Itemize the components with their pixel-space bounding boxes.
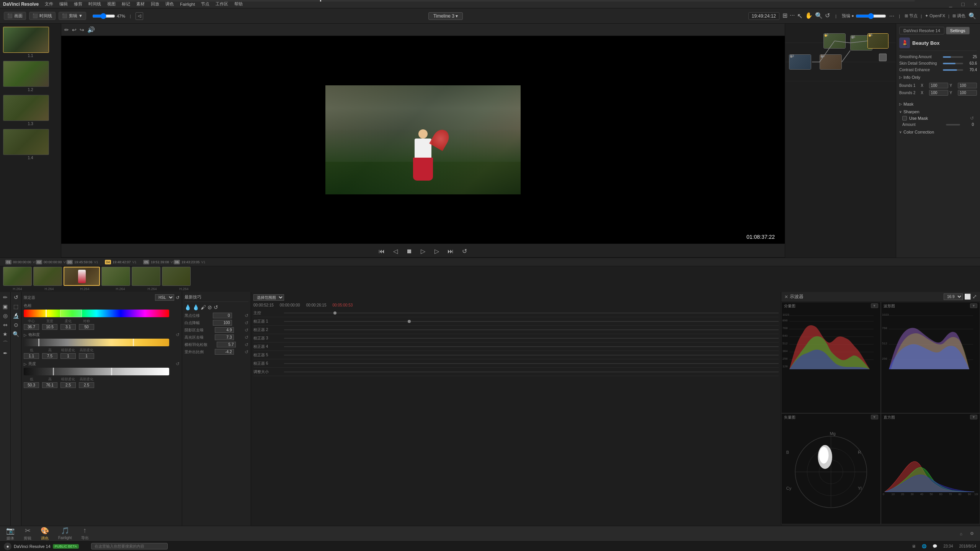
toolbar-media-btn[interactable]: ⬛ 画面: [4, 12, 26, 20]
nav-color[interactable]: 🎨 调色: [41, 527, 49, 541]
thumb-1-4[interactable]: 1.4: [3, 129, 58, 160]
menu-view[interactable]: 视图: [107, 1, 116, 7]
settings-tab[interactable]: Settings: [946, 27, 970, 34]
tool-target[interactable]: ◎: [3, 313, 8, 319]
scopes-close-btn[interactable]: ✕: [784, 294, 788, 300]
toolbar-timeline-btn[interactable]: ⬛ 时间线: [29, 12, 56, 20]
nav-btn-left[interactable]: ◁: [136, 12, 143, 20]
toolbar-more-btn[interactable]: ···: [790, 12, 795, 20]
brush-btn[interactable]: 🖌: [201, 304, 206, 310]
smoothing-slider[interactable]: [943, 56, 963, 58]
parade-ctrl[interactable]: ▼: [871, 303, 878, 308]
tool-star[interactable]: ★: [3, 331, 8, 337]
clip-thumb-03[interactable]: [64, 267, 100, 286]
search-btn[interactable]: 🔍: [969, 12, 976, 20]
tool-eyedrop[interactable]: 🔬: [13, 313, 19, 319]
use-mask-checkbox[interactable]: [902, 116, 907, 121]
toolbar-grid-btn[interactable]: ⊞: [782, 12, 787, 20]
info-only-section[interactable]: ▷ Info Only: [899, 75, 977, 80]
loop-btn[interactable]: ↺: [460, 248, 469, 255]
mask-section[interactable]: ▷ Mask: [899, 102, 977, 106]
home-indicator[interactable]: ⌂: [960, 531, 962, 536]
node-03[interactable]: 03: [789, 54, 811, 70]
thumb-1-3[interactable]: 1.3: [3, 95, 58, 126]
play-btn[interactable]: ▷: [418, 248, 428, 255]
node-02[interactable]: 02: [823, 33, 846, 49]
kf-track-4-line[interactable]: [284, 346, 779, 347]
menu-fairlight[interactable]: Fairlight: [180, 2, 195, 7]
library-tab[interactable]: DaVinci Resolve 14: [899, 27, 944, 34]
menu-edit[interactable]: 编辑: [59, 1, 68, 7]
layout-btn[interactable]: ⊞ 调色: [952, 13, 965, 19]
hsl-mode-select[interactable]: HSL: [155, 294, 174, 301]
menu-help[interactable]: 帮助: [234, 1, 243, 7]
eyedrop2-btn[interactable]: 💧: [193, 304, 199, 310]
toolbar-zoom-btn[interactable]: 🔍: [815, 12, 823, 20]
menu-color[interactable]: 调色: [165, 1, 174, 7]
whitepoint-reset[interactable]: ↺: [245, 320, 248, 326]
nav-fairlight[interactable]: 🎵 Fairlight: [58, 527, 72, 541]
menu-file[interactable]: 文件: [45, 1, 53, 7]
feather-reset[interactable]: ↺: [245, 342, 248, 347]
taskbar-icon-2[interactable]: 🌐: [922, 544, 926, 548]
scope-expand-btn[interactable]: ⬜: [964, 293, 971, 300]
clip-thumb-02[interactable]: [33, 267, 62, 286]
kf-track-6-line[interactable]: [284, 363, 779, 364]
skin-detail-slider[interactable]: [943, 63, 963, 64]
ratio-reset[interactable]: ↺: [245, 349, 248, 355]
menu-clip[interactable]: 素材: [136, 1, 145, 7]
skip-end-btn[interactable]: ⏭: [446, 248, 455, 255]
bounds2-x-input[interactable]: [929, 90, 948, 96]
prev-frame-btn[interactable]: ◁: [391, 248, 400, 255]
tool-zoom-2[interactable]: 🔍: [13, 331, 19, 337]
hue-bar[interactable]: [24, 310, 169, 317]
kf-track-2-line[interactable]: [284, 329, 779, 330]
toolbar-settings-btn[interactable]: ···: [889, 13, 894, 20]
sharpen-reset-btn[interactable]: ↺: [970, 116, 974, 121]
clip-thumb-06[interactable]: [162, 267, 191, 286]
redo-btn[interactable]: ↪: [80, 27, 84, 33]
skip-start-btn[interactable]: ⏮: [377, 248, 386, 255]
waveform-ctrl[interactable]: ▼: [970, 303, 977, 308]
clip-thumb-04[interactable]: [101, 267, 130, 286]
node-btn[interactable]: ⊞ 节点: [905, 13, 918, 19]
contrast-slider[interactable]: [943, 69, 963, 71]
node-06[interactable]: 06: [867, 33, 889, 49]
sat-reset-btn[interactable]: ↺: [176, 332, 180, 337]
toolbar-cursor-btn[interactable]: ↖: [797, 12, 803, 20]
menu-workspace[interactable]: 工作区: [216, 1, 228, 7]
scope-ratio-select[interactable]: 16:9: [944, 293, 963, 300]
lum-bar[interactable]: [24, 368, 169, 375]
vectorscope-ctrl[interactable]: ▼: [871, 415, 878, 419]
bounds1-x-input[interactable]: [929, 83, 948, 88]
lum-reset-btn[interactable]: ↺: [176, 361, 180, 367]
erase-btn[interactable]: ⊘: [207, 304, 212, 310]
tool-arrows[interactable]: ⇔: [3, 322, 8, 328]
kf-track-3-line[interactable]: [284, 338, 779, 339]
menu-playback[interactable]: 回放: [151, 1, 159, 7]
kf-track-1-line[interactable]: [284, 321, 779, 322]
bounds1-y-input[interactable]: [958, 83, 977, 88]
preview-quality-slider[interactable]: [856, 13, 886, 19]
menu-mark[interactable]: 标记: [122, 1, 130, 7]
toolbar-hand-btn[interactable]: ✋: [805, 12, 813, 20]
select-range-select[interactable]: 选择范围图: [253, 294, 284, 301]
hsl-reset-btn[interactable]: ↺: [176, 295, 180, 300]
sharpen-amount-slider[interactable]: [946, 124, 960, 126]
audio-btn[interactable]: 🔊: [87, 26, 95, 33]
color-correction-section[interactable]: ∨ Color Correction: [899, 130, 977, 134]
kf-track-5-line[interactable]: [284, 355, 779, 355]
scope-fullscreen-btn[interactable]: ⤢: [972, 293, 977, 300]
tool-curve[interactable]: ⌒: [3, 340, 8, 347]
draw-tool-btn[interactable]: ✏: [64, 27, 69, 33]
openFX-btn[interactable]: ✦ OpenFX: [925, 13, 945, 18]
thumb-1-1[interactable]: 1.1: [3, 27, 58, 58]
blackpoint-reset[interactable]: ↺: [245, 313, 248, 318]
taskbar-icon-1[interactable]: 🖥: [912, 544, 916, 548]
kf-track-master-line[interactable]: [284, 313, 779, 313]
stop-btn[interactable]: ⏹: [405, 248, 414, 255]
eyedrop-btn[interactable]: 💧: [185, 304, 191, 310]
sat-bar[interactable]: [24, 339, 169, 346]
node-04[interactable]: 04: [820, 54, 842, 70]
shadow-reset[interactable]: ↺: [245, 328, 248, 333]
